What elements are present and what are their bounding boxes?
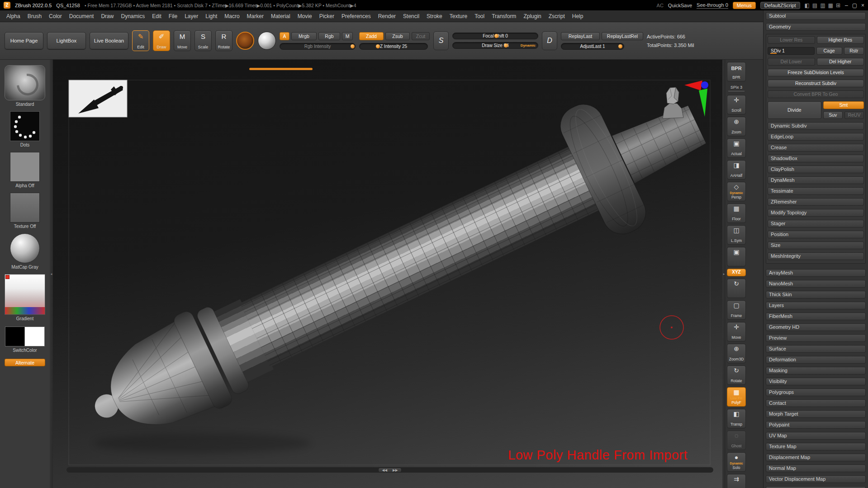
current-brush-icon[interactable]: [236, 32, 254, 50]
tool-palette-header[interactable]: NanoMesh: [766, 280, 866, 288]
a-button[interactable]: A: [280, 32, 289, 40]
slider-knob[interactable]: [504, 43, 508, 47]
tool-palette-header[interactable]: Polypaint: [766, 421, 866, 429]
right-shelf-button[interactable]: ▦ Floor: [727, 204, 746, 223]
rotate-button[interactable]: R Rotate: [215, 30, 232, 51]
right-divider[interactable]: ▸: [722, 60, 726, 488]
scroll-right-icon[interactable]: ▶▶: [393, 468, 398, 472]
scale-button[interactable]: S Scale: [194, 30, 212, 51]
cage-button[interactable]: Cage: [816, 47, 842, 55]
del-higher-button[interactable]: Del Higher: [817, 58, 864, 66]
right-shelf-button[interactable]: SPix 3: [727, 84, 746, 93]
menu-item[interactable]: Movie: [294, 12, 316, 21]
right-shelf-button[interactable]: ↻: [727, 279, 746, 298]
right-shelf-button[interactable]: ◇ Dynamic Persp: [727, 182, 746, 201]
current-stroke-thumbnail[interactable]: [10, 111, 40, 141]
move-button[interactable]: M Move: [174, 30, 191, 51]
freeze-subdivision-button[interactable]: Freeze SubDivision Levels: [768, 69, 864, 76]
dynamic-icon[interactable]: D: [542, 31, 557, 50]
rgb-intensity-slider[interactable]: Rgb Intensity: [280, 43, 356, 50]
tool-palette-header[interactable]: Visibility: [766, 378, 866, 385]
suv-button[interactable]: Suv: [823, 111, 843, 119]
scrollbar-handle[interactable]: ◀◀ ▶▶: [378, 468, 401, 473]
right-shelf-button[interactable]: ▦ Line Fill PolyF: [727, 387, 746, 407]
geometry-palette-header[interactable]: Geometry: [766, 23, 866, 31]
menu-item[interactable]: Stencil: [399, 12, 423, 21]
divide-button[interactable]: Divide: [768, 101, 821, 119]
layout-toggle-icon[interactable]: ◧: [805, 2, 810, 9]
geometry-group-header[interactable]: Stager: [768, 220, 864, 227]
tool-palette-header[interactable]: UV Map: [766, 432, 866, 440]
menu-item[interactable]: Material: [267, 12, 294, 21]
menu-item[interactable]: Document: [66, 12, 98, 21]
layout-toggle-icon[interactable]: ▥: [820, 2, 825, 9]
menu-item[interactable]: Light: [202, 12, 221, 21]
document-canvas[interactable]: Low Poly Handle From Import ◀◀ ▶▶: [53, 60, 722, 488]
menu-item[interactable]: Dynamics: [117, 12, 148, 21]
stroke-icon[interactable]: S: [433, 31, 449, 50]
replay-last-button[interactable]: ReplayLast: [561, 32, 600, 40]
menu-item[interactable]: Preferences: [338, 12, 375, 21]
replay-last-rel-button[interactable]: ReplayLastRel: [602, 32, 643, 40]
maximize-button[interactable]: ▢: [852, 2, 857, 9]
menu-item[interactable]: Zplugin: [520, 12, 545, 21]
see-through-slider[interactable]: See-through 0: [697, 2, 728, 9]
rgb-button[interactable]: Rgb: [318, 32, 340, 40]
adjust-last-slider[interactable]: AdjustLast 1: [561, 43, 624, 50]
lightbox-button[interactable]: LightBox: [47, 32, 86, 49]
slider-knob[interactable]: [376, 44, 380, 48]
tool-palette-header[interactable]: Vector Displacement Map: [766, 475, 866, 483]
focal-shift-slider[interactable]: Focal Shift 0: [452, 33, 538, 39]
right-shelf-button[interactable]: ● Dynamic Solo: [727, 452, 746, 472]
m-button[interactable]: M: [342, 32, 353, 40]
reuv-button[interactable]: ReUV: [844, 111, 864, 119]
geometry-group-header[interactable]: Modify Topology: [768, 209, 864, 217]
close-button[interactable]: ×: [861, 2, 864, 9]
draw-size-slider[interactable]: Draw Size 64 Dynamic: [452, 42, 538, 49]
tool-palette-header[interactable]: Preview: [766, 334, 866, 342]
secondary-color-swatch[interactable]: [25, 327, 45, 346]
z-intensity-slider[interactable]: Z Intensity 25: [359, 43, 428, 50]
right-shelf-button[interactable]: ▢ Frame: [727, 300, 746, 320]
menu-item[interactable]: Layer: [181, 12, 202, 21]
geometry-group-header[interactable]: MeshIntegrity: [768, 252, 864, 260]
tool-palette-header[interactable]: Texture Map: [766, 443, 866, 450]
current-texture-thumbnail[interactable]: [10, 193, 40, 223]
geometry-group-header[interactable]: ClayPolish: [768, 166, 864, 173]
current-brush-thumbnail[interactable]: [5, 65, 45, 100]
menus-button[interactable]: Menus: [733, 2, 756, 9]
menu-item[interactable]: Transform: [488, 12, 520, 21]
current-alpha-thumbnail[interactable]: [10, 152, 40, 182]
right-shelf-button[interactable]: XYZ: [727, 269, 746, 276]
zcut-button[interactable]: Zcut: [412, 32, 430, 40]
y-axis-arrow[interactable]: [699, 89, 707, 117]
geometry-group-header[interactable]: ShadowBox: [768, 155, 864, 162]
right-shelf-button[interactable]: ◫ L.Sym: [727, 225, 746, 245]
geometry-group-header[interactable]: DynaMesh: [768, 176, 864, 184]
switch-color-control[interactable]: [5, 327, 45, 346]
layout-toggle-icon[interactable]: ▤: [812, 2, 817, 9]
right-shelf-button[interactable]: ▣ Actual: [727, 138, 746, 158]
geometry-group-header[interactable]: Position: [768, 231, 864, 238]
right-shelf-button[interactable]: ✛ Scroll: [727, 95, 746, 114]
home-page-button[interactable]: Home Page: [5, 32, 43, 49]
x-axis-arrow[interactable]: [684, 81, 702, 90]
menu-item[interactable]: Texture: [446, 12, 471, 21]
dynamic-flag[interactable]: Dynamic: [521, 43, 536, 47]
tool-palette-header[interactable]: ArrayMesh: [766, 269, 866, 277]
menu-item[interactable]: Marker: [243, 12, 267, 21]
del-lower-button[interactable]: Del Lower: [768, 58, 815, 66]
slider-knob[interactable]: [351, 44, 355, 48]
default-zscript-button[interactable]: DefaultZScript: [760, 2, 800, 9]
tool-palette-header[interactable]: Morph Target: [766, 410, 866, 418]
quicksave-button[interactable]: QuickSave: [668, 3, 692, 8]
rstr-button[interactable]: Rstr: [844, 47, 864, 55]
geometry-group-header[interactable]: Tessimate: [768, 187, 864, 195]
minimize-button[interactable]: –: [845, 2, 848, 9]
right-shelf-button[interactable]: ↻ Rotate: [727, 365, 746, 385]
hue-strip[interactable]: [5, 307, 45, 314]
z-axis-dot[interactable]: [701, 81, 708, 89]
menu-item[interactable]: Stroke: [423, 12, 446, 21]
tool-palette-header[interactable]: Deformation: [766, 356, 866, 364]
tool-palette-header[interactable]: Display Properties: [766, 486, 866, 488]
